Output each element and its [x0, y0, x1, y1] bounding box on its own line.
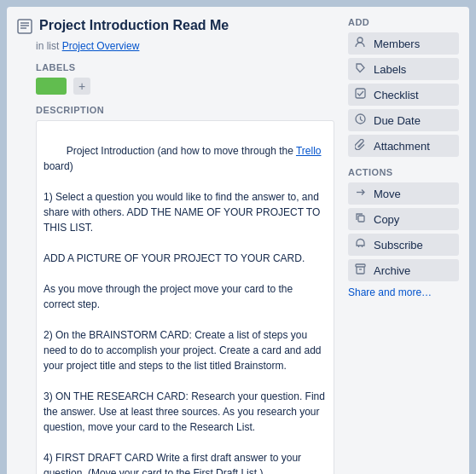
- svg-rect-14: [356, 264, 365, 267]
- card-icon: [17, 19, 32, 37]
- attachment-button[interactable]: Attachment: [348, 135, 459, 157]
- attachment-label: Attachment: [374, 140, 430, 153]
- move-label: Move: [374, 188, 401, 200]
- copy-button[interactable]: Copy: [348, 208, 459, 230]
- trello-link[interactable]: Trello: [296, 145, 322, 157]
- move-icon: [355, 187, 369, 200]
- labels-button[interactable]: Labels: [348, 58, 459, 80]
- subscribe-icon: [355, 238, 369, 251]
- checklist-button[interactable]: Checklist: [348, 84, 459, 106]
- card-title-row: Project Introduction Read Me: [17, 17, 334, 37]
- main-content: Project Introduction Read Me in list Pro…: [17, 17, 334, 474]
- svg-rect-11: [358, 216, 364, 222]
- sidebar-add-title: Add: [348, 17, 459, 27]
- due-date-label: Due Date: [374, 114, 421, 127]
- checklist-label: Checklist: [374, 89, 419, 101]
- card-title: Project Introduction Read Me: [39, 17, 229, 35]
- svg-rect-7: [356, 89, 365, 98]
- due-date-button[interactable]: Due Date: [348, 109, 459, 131]
- subscribe-button[interactable]: Subscribe: [348, 234, 459, 256]
- sidebar: Add Members Labels: [348, 17, 459, 474]
- archive-label: Archive: [374, 264, 410, 277]
- due-date-icon: [355, 113, 369, 127]
- sidebar-actions-title: Actions: [348, 167, 459, 177]
- card-list-ref: in list Project Overview: [36, 40, 334, 52]
- list-ref-prefix: in list: [36, 40, 59, 52]
- labels-icon: [355, 62, 369, 76]
- members-button[interactable]: Members: [348, 32, 459, 55]
- description-textarea[interactable]: Project Introduction (and how to move th…: [36, 120, 334, 474]
- svg-point-6: [357, 38, 363, 43]
- labels-section: Labels +: [36, 62, 334, 95]
- add-label-button[interactable]: +: [73, 78, 90, 95]
- labels-label: Labels: [374, 63, 406, 76]
- svg-rect-0: [18, 20, 32, 33]
- move-button[interactable]: Move: [348, 182, 459, 205]
- members-icon: [355, 37, 369, 50]
- description-label: Description: [36, 105, 334, 115]
- share-more-link[interactable]: Share and more…: [348, 285, 459, 300]
- attachment-icon-sidebar: [355, 139, 369, 153]
- copy-icon: [355, 212, 369, 226]
- description-section: Description Project Introduction (and ho…: [36, 105, 334, 474]
- label-green[interactable]: [36, 78, 67, 95]
- checklist-icon: [355, 88, 369, 101]
- members-label: Members: [374, 38, 420, 50]
- subscribe-label: Subscribe: [374, 239, 423, 251]
- archive-icon: [355, 263, 369, 277]
- archive-button[interactable]: Archive: [348, 259, 459, 281]
- svg-line-10: [361, 119, 363, 121]
- labels-section-title: Labels: [36, 62, 334, 72]
- list-ref-link[interactable]: Project Overview: [62, 40, 140, 52]
- copy-label: Copy: [374, 213, 399, 226]
